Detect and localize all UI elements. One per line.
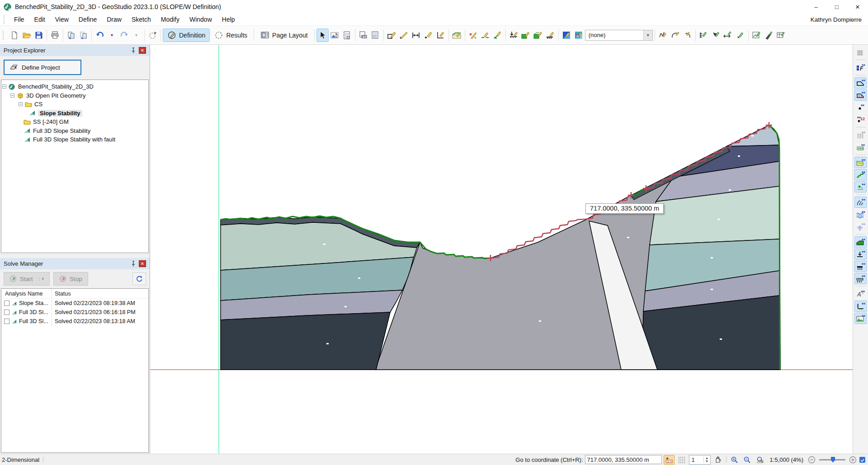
analysis-filter-dropdown[interactable]: (none) ▾ (585, 30, 653, 41)
rotate-left-tool[interactable] (669, 28, 681, 42)
view-regions-toggle[interactable] (854, 77, 867, 89)
start-button[interactable]: Start ▾ (4, 272, 50, 286)
view-point-loads-toggle[interactable] (854, 249, 867, 260)
pin-icon[interactable] (130, 260, 137, 268)
view-mesh-properties-toggle[interactable] (854, 141, 867, 153)
tree-item-ss-folder[interactable]: SS [-240] GM (2, 117, 147, 127)
pin-icon[interactable] (130, 47, 137, 54)
col-status[interactable]: Status (52, 291, 148, 297)
view-surcharge-toggle[interactable] (854, 236, 867, 248)
view-point-numbers-toggle[interactable]: 12 (854, 114, 867, 125)
toolbar-grip[interactable] (3, 31, 5, 40)
redo-dropdown-caret[interactable]: ▾ (130, 28, 142, 42)
row-checkbox[interactable] (4, 301, 9, 306)
view-material-boundary-toggle[interactable] (854, 169, 867, 180)
draw-materials-tool[interactable] (520, 28, 532, 42)
close-button[interactable]: ✕ (847, 0, 868, 14)
menu-draw[interactable]: Draw (102, 15, 127, 24)
menu-window[interactable]: Window (184, 15, 217, 24)
draw-slip-entry-exit-tool[interactable] (479, 28, 491, 42)
pan-tool[interactable] (712, 455, 723, 465)
define-project-button[interactable]: Define Project (4, 60, 81, 75)
zoom-decrease-button[interactable] (808, 456, 816, 464)
draw-lines-tool[interactable] (398, 28, 410, 42)
draw-points-tool[interactable] (422, 28, 434, 42)
minimize-button[interactable]: – (806, 0, 826, 14)
move-tool[interactable] (722, 28, 734, 42)
reorient-button[interactable] (146, 28, 159, 42)
tree-item-full3d-fault[interactable]: Full 3D Slope Stability with fault (2, 135, 147, 144)
report-tool[interactable] (341, 28, 353, 42)
start-dropdown-caret[interactable]: ▾ (39, 277, 44, 281)
coordinate-display-toggle[interactable]: 12.0.1 (664, 455, 675, 465)
menu-define[interactable]: Define (74, 15, 102, 24)
select-tool[interactable] (316, 28, 329, 42)
view-grid-toggle[interactable] (854, 47, 867, 58)
menu-sketch[interactable]: Sketch (127, 15, 156, 24)
zoom-increase-button[interactable] (849, 456, 857, 464)
measure-tool[interactable] (410, 28, 422, 42)
snap-grid-toggle[interactable] (676, 455, 687, 465)
view-mesh-toggle[interactable] (854, 129, 867, 141)
tree-item-full3d[interactable]: Full 3D Slope Stability (2, 127, 147, 136)
tree-item-cs-folder[interactable]: − CS (2, 100, 147, 109)
collapse-icon[interactable]: − (10, 94, 14, 98)
draw-slip-radius-tool[interactable] (491, 28, 504, 42)
draw-reinforcement-tool[interactable] (544, 28, 557, 42)
tab-definition[interactable]: Definition (163, 28, 210, 42)
view-pwp-toggle[interactable] (854, 209, 867, 220)
view-reinforcement-toggle[interactable] (854, 273, 867, 284)
sketch-text-button[interactable] (763, 28, 775, 42)
page-spinner[interactable]: 1 ▲▼ (689, 455, 711, 465)
zoom-in-tool[interactable] (729, 455, 740, 465)
zoom-slider-handle[interactable] (831, 457, 835, 463)
view-supports-toggle[interactable] (854, 261, 867, 272)
menu-help[interactable]: Help (217, 15, 240, 24)
maximize-button[interactable]: □ (826, 0, 847, 14)
close-panel-icon[interactable]: ✕ (139, 47, 146, 54)
open-button[interactable] (20, 28, 33, 42)
view-water-table-toggle[interactable] (854, 221, 867, 232)
tree-item-project[interactable]: − BenchedPit_Stability_2D_3D (2, 82, 147, 91)
fit-extents-button[interactable] (859, 456, 866, 464)
region-dark-slate-left[interactable] (221, 312, 390, 370)
rotate-right-tool[interactable] (681, 28, 693, 42)
view-region-numbers-toggle[interactable]: 12 (854, 89, 867, 101)
menu-file[interactable]: File (9, 15, 29, 24)
paste-special-button[interactable] (77, 28, 90, 42)
menu-view[interactable]: View (50, 15, 74, 24)
zoom-out-tool[interactable] (742, 455, 753, 465)
view-images-toggle[interactable] (854, 313, 867, 324)
draw-ground-surface-tool[interactable] (451, 28, 463, 42)
col-analysis-name[interactable]: Analysis Name (1, 289, 52, 298)
draw-regions-tool[interactable] (386, 28, 398, 42)
row-checkbox[interactable] (4, 319, 9, 324)
tree-item-geometry[interactable]: − 3D Open Pit Geometry (2, 91, 147, 100)
tab-page-layout[interactable]: Page Layout (256, 28, 312, 42)
modify-objects-tool[interactable] (467, 28, 479, 42)
collapse-icon[interactable]: − (19, 102, 23, 106)
define-analyses-button[interactable] (750, 28, 763, 42)
keyin-materials-button[interactable] (561, 28, 573, 42)
page-setup-tool[interactable] (369, 28, 382, 42)
undo-button[interactable] (94, 28, 106, 42)
view-slip-directions-toggle[interactable] (854, 181, 867, 193)
row-checkbox[interactable] (4, 310, 9, 315)
sketch-picture-tool[interactable]: A (329, 28, 341, 42)
print-page-tool[interactable] (357, 28, 369, 42)
redo-button[interactable] (118, 28, 130, 42)
drawing-canvas[interactable]: 717.0000, 335.50000 m (150, 45, 853, 454)
solve-manager-button[interactable] (775, 28, 787, 42)
refresh-button[interactable] (132, 272, 146, 285)
analysis-row-2[interactable]: Full 3D Sl... Solved 02/21/2023 06:16:18… (1, 308, 148, 317)
select-modify-tool[interactable] (710, 28, 722, 42)
undo-dropdown-caret[interactable]: ▾ (106, 28, 118, 42)
new-button[interactable] (8, 28, 20, 42)
copy-special-button[interactable] (65, 28, 77, 42)
analysis-row-1[interactable]: Slope Sta... Solved 02/22/2023 08:19:38 … (1, 299, 148, 308)
keyin-functions-button[interactable] (573, 28, 585, 42)
view-axes-toggle[interactable] (854, 301, 867, 312)
close-panel-icon[interactable]: ✕ (139, 260, 146, 267)
keyboard-entry-tool[interactable] (698, 28, 710, 42)
view-fonts-toggle[interactable]: F (854, 62, 867, 73)
